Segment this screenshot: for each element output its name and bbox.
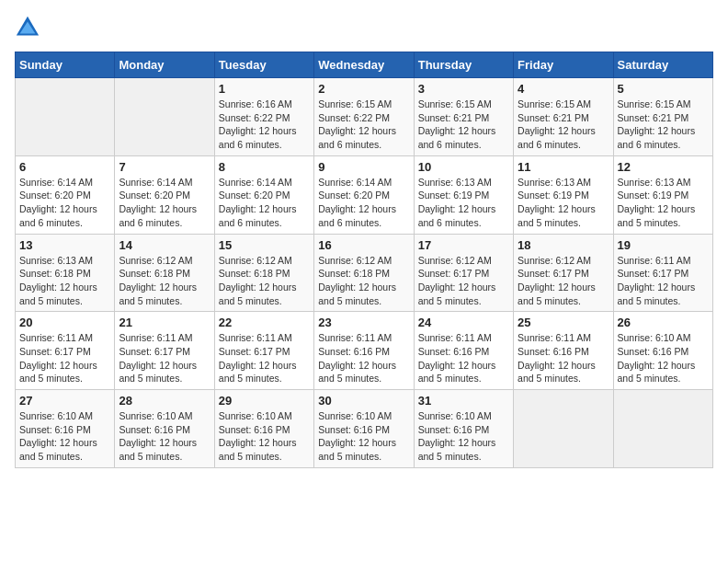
calendar-cell: 15Sunrise: 6:12 AM Sunset: 6:18 PM Dayli… (214, 234, 313, 312)
calendar-cell: 6Sunrise: 6:14 AM Sunset: 6:20 PM Daylig… (16, 155, 115, 234)
header-tuesday: Tuesday (214, 52, 313, 78)
calendar-cell: 30Sunrise: 6:10 AM Sunset: 6:16 PM Dayli… (314, 390, 414, 468)
calendar-cell: 11Sunrise: 6:13 AM Sunset: 6:19 PM Dayli… (514, 155, 613, 234)
calendar-cell: 16Sunrise: 6:12 AM Sunset: 6:18 PM Dayli… (314, 234, 414, 312)
calendar-cell: 8Sunrise: 6:14 AM Sunset: 6:20 PM Daylig… (214, 155, 313, 234)
header-sunday: Sunday (16, 52, 115, 78)
day-number: 16 (318, 238, 409, 252)
day-info: Sunrise: 6:15 AM Sunset: 6:21 PM Dayligh… (518, 98, 609, 152)
day-info: Sunrise: 6:10 AM Sunset: 6:16 PM Dayligh… (418, 409, 509, 464)
calendar-cell: 21Sunrise: 6:11 AM Sunset: 6:17 PM Dayli… (115, 312, 214, 390)
calendar-cell: 4Sunrise: 6:15 AM Sunset: 6:21 PM Daylig… (514, 78, 613, 156)
calendar-cell: 20Sunrise: 6:11 AM Sunset: 6:17 PM Dayli… (16, 312, 115, 390)
day-info: Sunrise: 6:12 AM Sunset: 6:18 PM Dayligh… (219, 254, 310, 308)
day-info: Sunrise: 6:15 AM Sunset: 6:21 PM Dayligh… (418, 98, 509, 152)
calendar-cell: 10Sunrise: 6:13 AM Sunset: 6:19 PM Dayli… (414, 155, 513, 234)
day-info: Sunrise: 6:11 AM Sunset: 6:16 PM Dayligh… (418, 331, 509, 385)
header-wednesday: Wednesday (314, 52, 414, 78)
day-number: 1 (219, 82, 310, 96)
day-info: Sunrise: 6:12 AM Sunset: 6:18 PM Dayligh… (119, 254, 210, 308)
calendar-cell: 27Sunrise: 6:10 AM Sunset: 6:16 PM Dayli… (16, 390, 115, 468)
day-number: 20 (19, 316, 110, 329)
calendar-cell: 9Sunrise: 6:14 AM Sunset: 6:20 PM Daylig… (314, 155, 414, 234)
day-info: Sunrise: 6:15 AM Sunset: 6:22 PM Dayligh… (318, 98, 409, 152)
day-number: 26 (618, 316, 709, 329)
header-friday: Friday (514, 52, 613, 78)
calendar-cell: 18Sunrise: 6:12 AM Sunset: 6:17 PM Dayli… (514, 234, 613, 312)
day-number: 23 (318, 316, 409, 329)
day-info: Sunrise: 6:13 AM Sunset: 6:19 PM Dayligh… (418, 176, 509, 230)
day-number: 27 (19, 394, 110, 408)
calendar-cell (613, 390, 712, 468)
week-row-3: 13Sunrise: 6:13 AM Sunset: 6:18 PM Dayli… (16, 234, 713, 312)
day-info: Sunrise: 6:11 AM Sunset: 6:17 PM Dayligh… (219, 331, 310, 385)
day-number: 14 (119, 238, 210, 252)
logo-icon (15, 15, 40, 40)
day-info: Sunrise: 6:10 AM Sunset: 6:16 PM Dayligh… (618, 331, 709, 385)
day-number: 17 (418, 238, 509, 252)
calendar-cell: 23Sunrise: 6:11 AM Sunset: 6:16 PM Dayli… (314, 312, 414, 390)
calendar-cell: 28Sunrise: 6:10 AM Sunset: 6:16 PM Dayli… (115, 390, 214, 468)
header-monday: Monday (115, 52, 214, 78)
day-info: Sunrise: 6:13 AM Sunset: 6:19 PM Dayligh… (518, 176, 609, 230)
day-info: Sunrise: 6:10 AM Sunset: 6:16 PM Dayligh… (119, 409, 210, 464)
day-number: 19 (618, 238, 709, 252)
day-info: Sunrise: 6:12 AM Sunset: 6:17 PM Dayligh… (418, 254, 509, 308)
day-info: Sunrise: 6:13 AM Sunset: 6:19 PM Dayligh… (618, 176, 709, 230)
day-number: 6 (19, 160, 110, 174)
day-number: 10 (418, 160, 509, 174)
calendar-cell: 12Sunrise: 6:13 AM Sunset: 6:19 PM Dayli… (613, 155, 712, 234)
header-saturday: Saturday (613, 52, 712, 78)
calendar-cell (115, 78, 214, 156)
calendar-cell: 25Sunrise: 6:11 AM Sunset: 6:16 PM Dayli… (514, 312, 613, 390)
day-number: 3 (418, 82, 509, 96)
day-info: Sunrise: 6:14 AM Sunset: 6:20 PM Dayligh… (318, 176, 409, 230)
calendar-table: SundayMondayTuesdayWednesdayThursdayFrid… (15, 52, 713, 468)
day-info: Sunrise: 6:10 AM Sunset: 6:16 PM Dayligh… (219, 409, 310, 464)
calendar-cell (514, 390, 613, 468)
logo (15, 15, 44, 40)
day-number: 11 (518, 160, 609, 174)
day-number: 25 (518, 316, 609, 329)
calendar-cell: 7Sunrise: 6:14 AM Sunset: 6:20 PM Daylig… (115, 155, 214, 234)
day-number: 9 (318, 160, 409, 174)
day-info: Sunrise: 6:15 AM Sunset: 6:21 PM Dayligh… (618, 98, 709, 152)
day-info: Sunrise: 6:11 AM Sunset: 6:17 PM Dayligh… (618, 254, 709, 308)
day-number: 5 (618, 82, 709, 96)
calendar-cell: 31Sunrise: 6:10 AM Sunset: 6:16 PM Dayli… (414, 390, 513, 468)
day-info: Sunrise: 6:13 AM Sunset: 6:18 PM Dayligh… (19, 254, 110, 308)
calendar-body: 1Sunrise: 6:16 AM Sunset: 6:22 PM Daylig… (16, 78, 713, 468)
day-info: Sunrise: 6:14 AM Sunset: 6:20 PM Dayligh… (219, 176, 310, 230)
day-info: Sunrise: 6:11 AM Sunset: 6:17 PM Dayligh… (19, 331, 110, 385)
day-number: 30 (318, 394, 409, 408)
calendar-cell: 3Sunrise: 6:15 AM Sunset: 6:21 PM Daylig… (414, 78, 513, 156)
calendar-cell: 14Sunrise: 6:12 AM Sunset: 6:18 PM Dayli… (115, 234, 214, 312)
day-info: Sunrise: 6:10 AM Sunset: 6:16 PM Dayligh… (19, 409, 110, 464)
calendar-cell: 26Sunrise: 6:10 AM Sunset: 6:16 PM Dayli… (613, 312, 712, 390)
calendar-cell: 5Sunrise: 6:15 AM Sunset: 6:21 PM Daylig… (613, 78, 712, 156)
week-row-2: 6Sunrise: 6:14 AM Sunset: 6:20 PM Daylig… (16, 155, 713, 234)
day-number: 31 (418, 394, 509, 408)
day-number: 2 (318, 82, 409, 96)
day-info: Sunrise: 6:14 AM Sunset: 6:20 PM Dayligh… (19, 176, 110, 230)
day-info: Sunrise: 6:12 AM Sunset: 6:18 PM Dayligh… (318, 254, 409, 308)
day-number: 8 (219, 160, 310, 174)
week-row-5: 27Sunrise: 6:10 AM Sunset: 6:16 PM Dayli… (16, 390, 713, 468)
day-info: Sunrise: 6:10 AM Sunset: 6:16 PM Dayligh… (318, 409, 409, 464)
calendar-cell: 13Sunrise: 6:13 AM Sunset: 6:18 PM Dayli… (16, 234, 115, 312)
calendar-cell: 2Sunrise: 6:15 AM Sunset: 6:22 PM Daylig… (314, 78, 414, 156)
day-number: 22 (219, 316, 310, 329)
header-thursday: Thursday (414, 52, 513, 78)
day-info: Sunrise: 6:11 AM Sunset: 6:16 PM Dayligh… (318, 331, 409, 385)
day-number: 12 (618, 160, 709, 174)
day-number: 21 (119, 316, 210, 329)
day-number: 18 (518, 238, 609, 252)
calendar-cell: 19Sunrise: 6:11 AM Sunset: 6:17 PM Dayli… (613, 234, 712, 312)
calendar-cell: 22Sunrise: 6:11 AM Sunset: 6:17 PM Dayli… (214, 312, 313, 390)
day-number: 24 (418, 316, 509, 329)
day-info: Sunrise: 6:11 AM Sunset: 6:16 PM Dayligh… (518, 331, 609, 385)
week-row-4: 20Sunrise: 6:11 AM Sunset: 6:17 PM Dayli… (16, 312, 713, 390)
calendar-cell (16, 78, 115, 156)
day-number: 13 (19, 238, 110, 252)
calendar-cell: 17Sunrise: 6:12 AM Sunset: 6:17 PM Dayli… (414, 234, 513, 312)
